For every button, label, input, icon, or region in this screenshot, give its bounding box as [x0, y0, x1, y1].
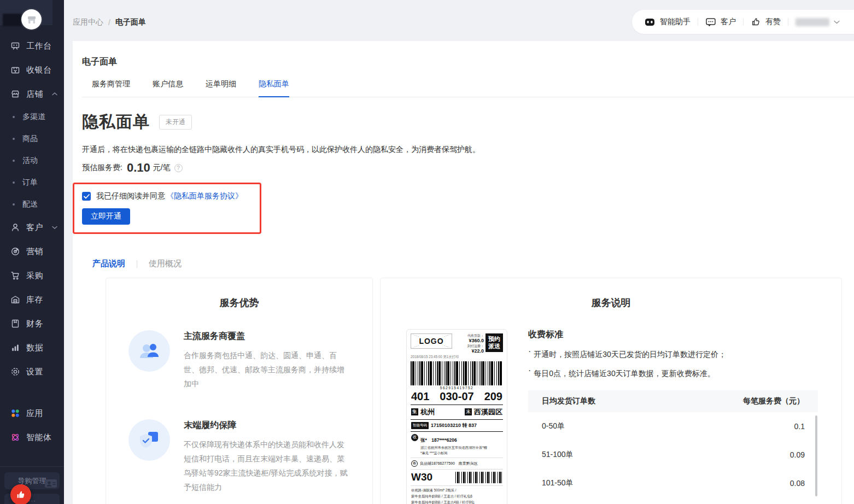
- sidebar-menu: 工作台 收银台 店铺 多渠道 商品 活动 订: [0, 34, 64, 449]
- subtab-usage-overview[interactable]: 使用概况: [149, 259, 182, 269]
- sidebar-item-settings[interactable]: 设置: [0, 360, 64, 384]
- fee-value: 0.10: [127, 161, 150, 175]
- check-icon: [84, 194, 90, 199]
- agreement-checkbox-checked[interactable]: [82, 192, 91, 201]
- barcode-small: [455, 472, 502, 483]
- waybill-header: LOGO 代收货款： ¥360.0 到付运费： ¥22.0: [411, 333, 503, 354]
- fee-unit: 元/笔: [153, 163, 171, 173]
- fee-per-order: 0.09: [790, 450, 805, 459]
- youzan-button[interactable]: 有赞: [751, 17, 781, 27]
- sidebar-item-orders[interactable]: 订单: [0, 172, 64, 194]
- sidebar-item-inventory[interactable]: 库存: [0, 288, 64, 312]
- receiver-tag: 收: [411, 434, 418, 441]
- smart-number-row: 智能号码 17150103210 转 837: [411, 420, 503, 432]
- sidebar-item-cashier[interactable]: 收银台: [0, 58, 64, 82]
- breadcrumb-current: 电子面单: [115, 17, 146, 27]
- help-icon[interactable]: [174, 164, 183, 172]
- assistant-label: 智能助手: [660, 17, 691, 27]
- chevron-down-icon: [52, 226, 57, 229]
- sidebar-item-label: 采购: [26, 271, 43, 281]
- tab-waybill-detail[interactable]: 运单明细: [206, 79, 236, 97]
- service-title: 服务说明: [381, 296, 841, 309]
- sidebar-item-purchase[interactable]: 采购: [0, 263, 64, 288]
- divider: [788, 18, 788, 26]
- sidebar-item-activity[interactable]: 活动: [0, 150, 64, 172]
- sidebar-item-apps[interactable]: 应用: [0, 401, 64, 425]
- tab-privacy-waybill[interactable]: 隐私面单: [259, 79, 289, 97]
- waybill-logo-box: LOGO: [411, 333, 452, 349]
- tab-bar: 服务商管理 账户信息 运单明细 隐私面单: [82, 79, 854, 97]
- sidebar-item-finance[interactable]: 财务: [0, 312, 64, 336]
- pricing-table-header: 日均发货订单数 每笔服务费（元）: [528, 390, 818, 412]
- gear-icon: [10, 367, 20, 377]
- youzan-label: 有赞: [765, 17, 781, 27]
- apps-icon: [10, 408, 20, 418]
- sidebar-subitem-label: 多渠道: [22, 112, 45, 122]
- w-code-row: W30: [411, 470, 503, 486]
- order-range: 0-50单: [542, 421, 565, 431]
- status-badge: 未开通: [159, 115, 192, 130]
- pricing-bullet-text: 每日0点，统计店铺近30天订单数据，更新收费标准。: [534, 368, 715, 379]
- sidebar-item-data[interactable]: 数据: [0, 336, 64, 360]
- feedback-thumb-badge[interactable]: [10, 484, 31, 504]
- order-range: 51-100单: [542, 450, 574, 460]
- sidebar-item-customer[interactable]: 客户: [0, 215, 64, 239]
- order-range: 101-50单: [542, 478, 574, 488]
- sidebar-item-label: 数据: [26, 343, 43, 353]
- guide-manage-button[interactable]: 导购管理: [4, 472, 60, 489]
- cod-value: ¥360.0: [467, 338, 484, 344]
- advantage-item: 末端履约保障 不仅保障现有快递体系中的快递员能和收件人发短信和打电话，而且在末端…: [128, 419, 350, 494]
- sub-tab-bar: 产品说明 使用概况: [82, 259, 854, 269]
- table-scrollbar[interactable]: [815, 415, 817, 496]
- heading-row: 隐私面单 未开通: [82, 111, 854, 133]
- receiver-address-1: 浙江省杭州市余杭区五常街道西湖区中茶*幢: [420, 446, 487, 449]
- tab-provider-management[interactable]: 服务商管理: [92, 79, 130, 97]
- agreement-link[interactable]: 《隐私面单服务协议》: [166, 191, 243, 201]
- sidebar-item-label: 收银台: [26, 65, 52, 75]
- bar-chart-icon: [10, 343, 20, 353]
- breadcrumb-separator: /: [108, 18, 110, 27]
- sidebar-item-marketing[interactable]: 营销: [0, 239, 64, 263]
- divider: [137, 260, 137, 268]
- customer-service-button[interactable]: 客户: [705, 17, 736, 27]
- tab-account-info[interactable]: 账户信息: [153, 79, 183, 97]
- assistant-button[interactable]: 智能助手: [644, 16, 691, 27]
- sidebar-item-agent[interactable]: 智能体: [0, 425, 64, 449]
- sidebar-item-multichannel[interactable]: 多渠道: [0, 106, 64, 128]
- item-list: 依视路-清眼液 500ml* 2瓶装 / 蒙牛全脂纯牛奶8箱 / 王老吉 / 旺…: [411, 486, 503, 504]
- breadcrumb-parent[interactable]: 应用中心: [73, 17, 103, 27]
- shop-name-blurred: [3, 14, 22, 26]
- w-code: W30: [411, 471, 432, 483]
- sidebar-item-label: 营销: [26, 247, 43, 257]
- agent-icon: [10, 432, 20, 442]
- collect-tag: 集: [411, 408, 418, 415]
- sidebar-item-label: 应用: [26, 408, 43, 419]
- barcode: [411, 361, 503, 385]
- sidebar-item-label: 设置: [26, 367, 43, 377]
- bullet-dot: [13, 160, 15, 162]
- sorting-code: 401 030-07 209: [411, 390, 503, 405]
- shop-avatar[interactable]: [21, 9, 42, 30]
- sender-row: 寄 良品铺18766277590 南京黔兴区: [411, 458, 503, 470]
- account-menu[interactable]: [795, 18, 840, 26]
- activate-now-button[interactable]: 立即开通: [82, 208, 130, 225]
- sidebar-item-delivery[interactable]: 配送: [0, 194, 64, 215]
- sidebar-header: [0, 0, 64, 34]
- bullet-dot: [13, 203, 15, 206]
- sidebar-item-goods[interactable]: 商品: [0, 128, 64, 150]
- sidebar-item-store[interactable]: 店铺: [0, 82, 64, 106]
- sidebar-item-workbench[interactable]: 工作台: [0, 34, 64, 58]
- agreement-row: 我已仔细阅读并同意 《隐私面单服务协议》: [82, 191, 254, 201]
- marketing-icon: [10, 247, 20, 256]
- sidebar-item-label: 客户: [26, 222, 43, 233]
- end-tag: 末: [465, 408, 472, 415]
- pricing-bullet: · 每日0点，统计店铺近30天订单数据，更新收费标准。: [528, 368, 818, 379]
- fulfillment-icon-circle: [128, 419, 170, 461]
- item-line: 依视路-清眼液 500ml* 2瓶装 /: [411, 488, 502, 494]
- sidebar-item-label: 库存: [26, 295, 43, 305]
- chevron-up-icon: [52, 92, 57, 96]
- sidebar-subitem-label: 活动: [22, 156, 38, 166]
- table-row: 0-50单 0.1: [528, 412, 818, 441]
- subtab-product-description[interactable]: 产品说明: [92, 259, 125, 269]
- cart-icon: [10, 271, 20, 280]
